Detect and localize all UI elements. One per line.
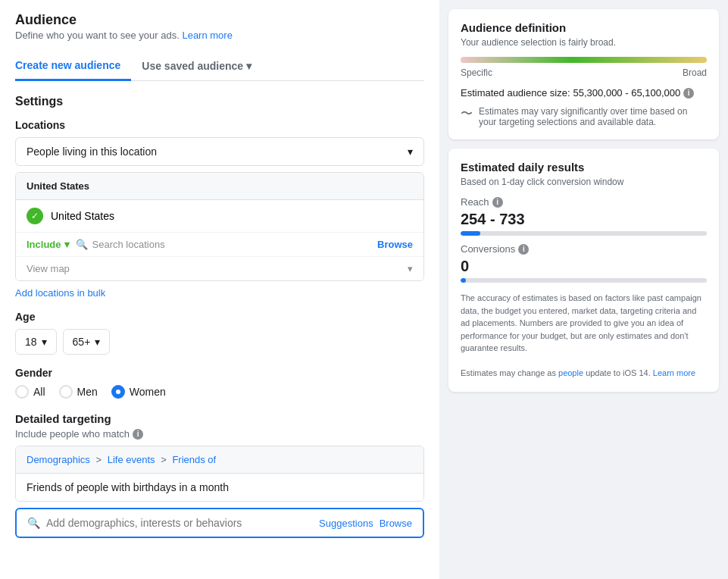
tabs-container: Create new audience Use saved audience ▾: [15, 52, 424, 81]
age-section: Age 18 ▾ 65+ ▾: [15, 311, 424, 355]
gender-section: Gender All Men Women: [15, 367, 424, 399]
age-label: Age: [15, 311, 424, 323]
page-title: Audience: [15, 12, 424, 28]
breadcrumb-life-events[interactable]: Life events: [108, 454, 155, 465]
daily-results-card: Estimated daily results Based on 1-day c…: [448, 149, 719, 392]
reach-progress-fill: [461, 231, 480, 236]
reach-label: Reach i: [461, 196, 707, 208]
learn-more-ios-link[interactable]: Learn more: [653, 368, 695, 377]
gender-row: All Men Women: [15, 385, 424, 399]
learn-more-link[interactable]: Learn more: [182, 30, 232, 41]
audience-size: Estimated audience size: 55,300,000 - 65…: [461, 87, 707, 99]
main-panel: Audience Define who you want to see your…: [0, 0, 439, 579]
locations-section: Locations People living in this location…: [15, 119, 424, 299]
locations-label: Locations: [15, 119, 424, 131]
audience-definition-card: Audience definition Your audience select…: [448, 9, 719, 139]
breadcrumb-box: Demographics > Life events > Friends of …: [15, 446, 424, 502]
suggestions-button[interactable]: Suggestions: [319, 518, 373, 529]
audience-definition-title: Audience definition: [461, 21, 707, 34]
gauge-labels: Specific Broad: [461, 67, 707, 78]
browse-behaviors-button[interactable]: Browse: [380, 518, 412, 529]
age-max-dropdown[interactable]: 65+ ▾: [63, 329, 111, 355]
search-behaviors-input-row[interactable]: 🔍 Suggestions Browse: [15, 508, 424, 538]
gender-option-men[interactable]: Men: [59, 385, 98, 399]
right-panel: Audience definition Your audience select…: [439, 0, 728, 579]
tab-create-audience[interactable]: Create new audience: [15, 52, 131, 81]
breadcrumb-sep1: >: [95, 454, 102, 465]
conversions-value: 0: [461, 258, 707, 275]
breadcrumb-row: Demographics > Life events > Friends of: [16, 446, 423, 474]
reach-progress-bar: [461, 231, 707, 236]
reach-value: 254 - 733: [461, 211, 707, 228]
conversions-label: Conversions i: [461, 243, 707, 255]
gender-radio-women[interactable]: [111, 385, 125, 399]
locations-dropdown[interactable]: People living in this location ▾: [15, 137, 424, 166]
accuracy-note: The accuracy of estimates is based on fa…: [461, 292, 707, 380]
reach-info-icon[interactable]: i: [492, 197, 503, 208]
info-icon[interactable]: i: [133, 429, 143, 440]
search-icon: 🔍: [76, 239, 88, 250]
gender-label: Gender: [15, 367, 424, 379]
location-country-name: United States: [51, 210, 114, 222]
include-match-label: Include people who match i: [15, 428, 424, 440]
audience-gauge: [461, 57, 707, 63]
conversions-progress-fill: [461, 278, 466, 283]
breadcrumb-demographics[interactable]: Demographics: [27, 454, 90, 465]
daily-results-title: Estimated daily results: [461, 161, 707, 174]
search-locations: 🔍 Search locations: [76, 239, 372, 250]
people-link[interactable]: people: [558, 368, 583, 377]
view-map-label[interactable]: View map: [27, 263, 70, 274]
detailed-targeting-section: Detailed targeting Include people who ma…: [15, 412, 424, 538]
detailed-targeting-title: Detailed targeting: [15, 412, 424, 425]
breadcrumb-sep2: >: [161, 454, 167, 465]
conversions-progress-bar: [461, 278, 707, 283]
targeting-item: Friends of people with birthdays in a mo…: [16, 474, 423, 501]
view-map-chevron: ▾: [408, 263, 413, 274]
audience-header: Audience Define who you want to see your…: [15, 12, 424, 41]
search-behaviors-input[interactable]: [46, 517, 313, 529]
age-row: 18 ▾ 65+ ▾: [15, 329, 424, 355]
settings-title: Settings: [15, 95, 424, 108]
age-min-dropdown[interactable]: 18 ▾: [15, 329, 57, 355]
view-map-row: View map ▾: [16, 257, 423, 280]
location-item: ✓ United States: [16, 200, 423, 233]
gender-option-women[interactable]: Women: [111, 385, 166, 399]
broad-label: Broad: [683, 67, 707, 78]
include-button[interactable]: Include ▾: [27, 239, 70, 250]
audience-definition-subtitle: Your audience selection is fairly broad.: [461, 37, 707, 48]
gender-radio-all[interactable]: [15, 385, 29, 399]
specific-label: Specific: [461, 67, 492, 78]
audience-subtitle: Define who you want to see your ads. Lea…: [15, 30, 424, 41]
tab-saved-audience[interactable]: Use saved audience ▾: [131, 52, 262, 80]
location-country-header: United States: [16, 173, 423, 200]
add-bulk-link[interactable]: Add locations in bulk: [15, 287, 105, 299]
shield-icon: ✓: [27, 208, 43, 224]
conversions-info-icon[interactable]: i: [518, 244, 529, 255]
size-info-icon[interactable]: i: [683, 88, 694, 99]
search-behaviors-icon: 🔍: [27, 517, 40, 529]
location-box: United States ✓ United States Include ▾ …: [15, 172, 424, 281]
wavy-icon: 〜: [461, 106, 473, 122]
breadcrumb-friends-of[interactable]: Friends of: [172, 454, 216, 465]
browse-locations-button[interactable]: Browse: [377, 239, 413, 250]
suggestions-browse-row: Suggestions Browse: [319, 518, 412, 529]
estimates-note: 〜 Estimates may vary significantly over …: [461, 106, 707, 127]
daily-results-subtitle: Based on 1-day click conversion window: [461, 177, 707, 187]
size-value: 55,300,000 - 65,100,000: [573, 87, 681, 99]
include-row: Include ▾ 🔍 Search locations Browse: [16, 233, 423, 257]
gender-option-all[interactable]: All: [15, 385, 45, 399]
gender-radio-men[interactable]: [59, 385, 73, 399]
